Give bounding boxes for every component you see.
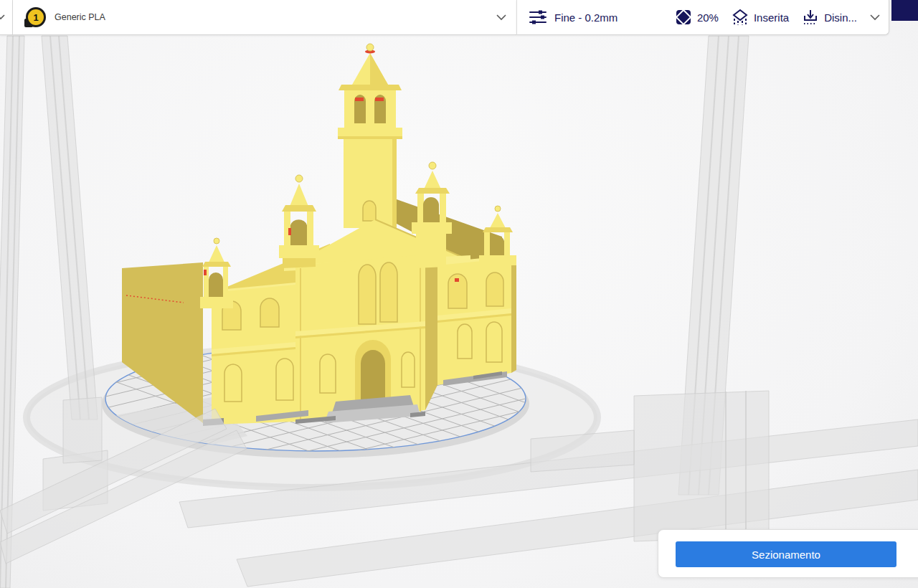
adhesion-setting: Disin... <box>802 9 857 26</box>
print-settings-sliders-icon <box>529 9 547 26</box>
support-value: Inserita <box>754 11 789 24</box>
adhesion-icon <box>802 9 819 26</box>
infill-setting: 20% <box>675 9 719 26</box>
print-settings-panel[interactable]: Fine - 0.2mm 20% Inserita <box>516 0 889 35</box>
chevron-down-icon <box>496 14 506 21</box>
top-bar: 1 Generic PLA Fine - 0.2mm 20% <box>0 0 918 36</box>
viewport-3d[interactable] <box>0 0 918 588</box>
chevron-down-icon <box>870 14 880 21</box>
adhesion-value: Disin... <box>824 11 857 24</box>
printer-selector-panel[interactable] <box>0 0 13 35</box>
turret-front-right <box>412 162 452 268</box>
support-setting: Inserita <box>732 9 789 26</box>
model-cathedral[interactable] <box>122 44 516 426</box>
slice-button[interactable]: Sezionamento <box>676 541 896 567</box>
material-name-label: Generic PLA <box>55 12 105 22</box>
turret-left-wing <box>200 238 233 308</box>
turret-front-left <box>279 175 319 268</box>
app-header-fragment <box>891 0 918 21</box>
extruder-number: 1 <box>33 13 38 22</box>
material-selector-panel[interactable]: 1 Generic PLA <box>13 0 516 35</box>
infill-value: 20% <box>697 11 719 24</box>
support-icon <box>732 9 749 26</box>
slice-action-panel: Sezionamento <box>658 529 918 578</box>
profile-label: Fine - 0.2mm <box>554 11 617 24</box>
chevron-down-icon <box>0 14 5 20</box>
infill-icon <box>675 9 692 26</box>
extruder-badge: 1 <box>24 6 46 28</box>
